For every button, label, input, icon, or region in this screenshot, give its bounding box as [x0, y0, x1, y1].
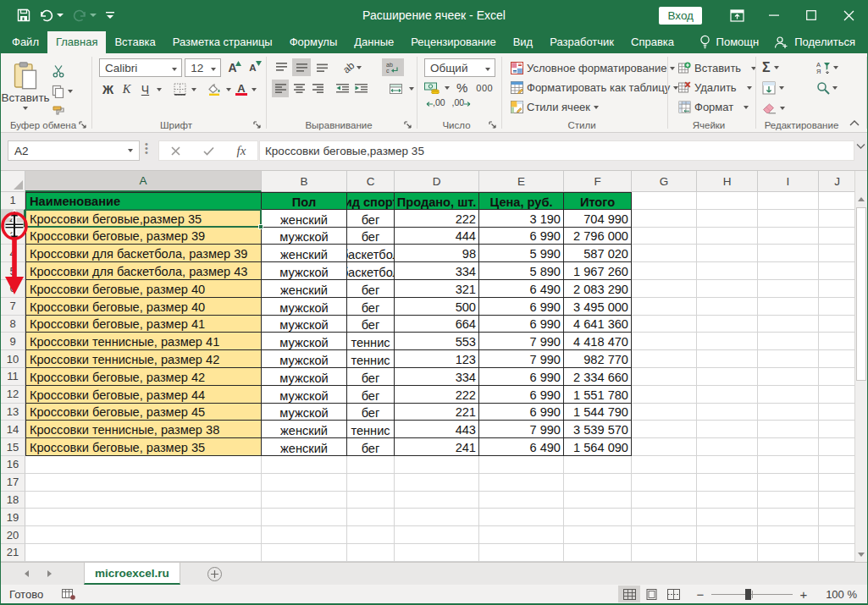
row-header-12[interactable]: 12 — [1, 386, 25, 404]
cell-J8[interactable] — [819, 316, 856, 333]
cell-B19[interactable] — [262, 509, 347, 526]
cell-G2[interactable] — [632, 210, 697, 228]
borders-dropdown[interactable] — [190, 80, 198, 98]
column-header-G[interactable]: G — [632, 171, 697, 192]
cell-G8[interactable] — [632, 316, 697, 333]
cell-D4[interactable]: 98 — [395, 245, 479, 262]
cell-C18[interactable] — [347, 492, 395, 509]
cell-A7[interactable]: Кроссовки беговые, размер 40 — [25, 298, 262, 316]
column-header-I[interactable]: I — [758, 171, 819, 192]
cell-H11[interactable] — [697, 368, 758, 386]
clear-dropdown[interactable] — [780, 107, 785, 110]
cell-G5[interactable] — [632, 262, 697, 280]
fill-color-dropdown[interactable] — [224, 80, 233, 98]
cell-F3[interactable]: 2 796 000 — [564, 228, 632, 245]
cell-J2[interactable] — [819, 210, 856, 228]
cell-E16[interactable] — [479, 456, 564, 474]
cell-G16[interactable] — [632, 456, 697, 474]
cell-E19[interactable] — [479, 509, 564, 526]
cell-A14[interactable]: Кроссовки теннисные, размер 38 — [25, 421, 262, 438]
cell-B10[interactable]: мужской — [262, 350, 347, 368]
previous-sheet-button[interactable] — [25, 570, 29, 577]
cell-A3[interactable]: Кроссовки беговые, размер 39 — [25, 228, 262, 245]
zoom-level[interactable]: 100 % — [820, 588, 857, 601]
underline-button[interactable]: Ч — [136, 80, 154, 98]
cell-G14[interactable] — [632, 421, 697, 438]
column-header-H[interactable]: H — [697, 171, 758, 192]
cell-E17[interactable] — [479, 474, 564, 492]
copy-button[interactable] — [48, 82, 76, 100]
cell-I11[interactable] — [758, 368, 819, 386]
insert-function-button[interactable]: fx — [237, 144, 246, 158]
column-header-B[interactable]: B — [262, 171, 347, 192]
cell-C11[interactable]: бег — [347, 368, 395, 386]
font-size-combo[interactable]: 12 — [185, 58, 221, 77]
cell-F2[interactable]: 704 990 — [564, 210, 632, 228]
cell-A17[interactable] — [25, 474, 262, 492]
cell-H10[interactable] — [697, 350, 758, 368]
number-format-dropdown[interactable] — [485, 68, 490, 71]
cell-E20[interactable] — [479, 526, 564, 544]
fill-dropdown[interactable] — [779, 86, 784, 90]
borders-button[interactable] — [171, 80, 189, 98]
cell-F16[interactable] — [564, 456, 632, 474]
cell-B12[interactable]: мужской — [262, 386, 347, 404]
cell-D16[interactable] — [395, 456, 479, 474]
cell-B14[interactable]: женский — [262, 421, 347, 438]
cell-H20[interactable] — [697, 526, 758, 544]
cell-E12[interactable]: 6 990 — [479, 386, 564, 404]
cell-D7[interactable]: 500 — [395, 298, 479, 316]
ribbon-tab-review[interactable]: Рецензирование — [402, 31, 504, 53]
cell-I19[interactable] — [758, 509, 819, 526]
conditional-formatting-button[interactable]: Условное форматирование — [509, 59, 666, 77]
ribbon-tab-data[interactable]: Данные — [346, 31, 402, 53]
cell-C7[interactable]: бег — [347, 298, 395, 316]
cell-C4[interactable]: баскетбол — [347, 245, 395, 262]
cell-I12[interactable] — [758, 386, 819, 404]
row-header-3[interactable]: 3 — [1, 228, 25, 245]
formula-bar-resize-dots[interactable]: ••• — [145, 142, 148, 159]
cell-I8[interactable] — [758, 316, 819, 333]
ribbon-display-options-button[interactable] — [718, 0, 755, 30]
cell-C13[interactable]: бег — [347, 404, 395, 421]
row-header-9[interactable]: 9 — [1, 333, 25, 350]
cell-A19[interactable] — [25, 509, 262, 526]
align-left-button[interactable] — [272, 80, 289, 97]
zoom-in-button[interactable]: + — [799, 587, 808, 602]
cell-D11[interactable]: 334 — [395, 368, 479, 386]
fill-button[interactable] — [761, 79, 809, 97]
number-dialog-launcher[interactable] — [489, 121, 497, 129]
cell-A1[interactable]: Наименование — [25, 192, 262, 210]
row-header-14[interactable]: 14 — [1, 421, 25, 438]
cell-I5[interactable] — [758, 262, 819, 280]
ribbon-tab-developer[interactable]: Разработчик — [541, 31, 622, 53]
cell-F4[interactable]: 587 020 — [564, 245, 632, 262]
cell-D15[interactable]: 241 — [395, 438, 479, 456]
cell-B20[interactable] — [262, 526, 347, 544]
cell-G9[interactable] — [632, 333, 697, 350]
share-button[interactable]: Поделиться — [774, 36, 855, 49]
cell-J19[interactable] — [819, 509, 856, 526]
cell-B13[interactable]: мужской — [262, 404, 347, 421]
cell-C17[interactable] — [347, 474, 395, 492]
cell-I3[interactable] — [758, 228, 819, 245]
cell-F9[interactable]: 4 418 470 — [564, 333, 632, 350]
cell-I18[interactable] — [758, 492, 819, 509]
column-header-C[interactable]: C — [347, 171, 395, 192]
confirm-entry-icon[interactable] — [203, 146, 214, 156]
cell-G21[interactable] — [632, 544, 697, 562]
cell-D10[interactable]: 123 — [395, 350, 479, 368]
collapse-ribbon-button[interactable] — [849, 118, 860, 129]
format-painter-button[interactable] — [48, 102, 76, 120]
cell-E8[interactable]: 6 990 — [479, 316, 564, 333]
format-as-table-button[interactable]: Форматировать как таблицу — [509, 79, 666, 96]
cell-D5[interactable]: 334 — [395, 262, 479, 280]
cell-F8[interactable]: 4 641 360 — [564, 316, 632, 333]
cell-G4[interactable] — [632, 245, 697, 262]
close-button[interactable] — [830, 0, 867, 30]
cell-E2[interactable]: 3 190 — [479, 210, 564, 228]
row-header-11[interactable]: 11 — [1, 368, 25, 386]
cell-A20[interactable] — [25, 526, 262, 544]
cell-F17[interactable] — [564, 474, 632, 492]
cell-B7[interactable]: мужской — [262, 298, 347, 316]
